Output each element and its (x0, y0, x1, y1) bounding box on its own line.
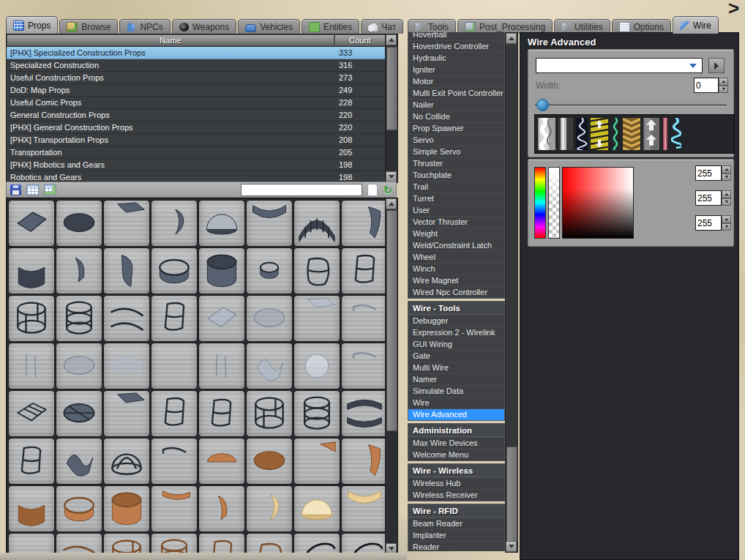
prop-thumbnail-frame[interactable] (151, 390, 198, 437)
scroll-up-button[interactable] (386, 34, 397, 45)
prop-thumbnail-dome-frame[interactable] (103, 438, 150, 485)
width-input[interactable] (694, 78, 719, 93)
tool-item[interactable]: Nailer (408, 99, 504, 111)
green-input[interactable] (695, 190, 722, 206)
prop-thumbnail-blank[interactable] (8, 533, 55, 555)
prop-thumbnail-curve-dark[interactable] (293, 533, 340, 555)
prop-thumbnail-lines[interactable] (198, 343, 245, 389)
tab-post-processing[interactable]: Post_Processing (457, 19, 553, 34)
prop-thumbnail-disc[interactable] (246, 295, 293, 342)
tab-options[interactable]: Options (612, 19, 671, 34)
prop-thumbnail-plate-top[interactable] (103, 200, 150, 247)
prop-thumbnail-ring[interactable] (151, 247, 198, 294)
table-row[interactable]: Specialized Construction316 (7, 59, 386, 72)
table-row[interactable]: [PHX] Transportation Props208 (7, 134, 386, 146)
prop-thumbnail-band-top[interactable] (246, 200, 293, 247)
stepper-up-button[interactable] (722, 165, 731, 173)
tool-item[interactable]: Multi Exit Point Controller (408, 87, 504, 99)
prop-thumbnail-ring[interactable] (56, 485, 102, 532)
tool-item[interactable]: Vector Thruster (408, 216, 504, 228)
table-row[interactable]: [PHX] General Construction Props220 (7, 122, 386, 134)
save-icon[interactable] (10, 184, 21, 195)
prop-thumbnail-panel-small[interactable] (198, 485, 245, 532)
stepper-down-button[interactable] (722, 173, 731, 182)
prop-thumbnail-panel-right[interactable] (341, 438, 388, 485)
tool-item[interactable]: Multi Wire (408, 362, 504, 373)
prop-thumbnail-cylinder[interactable] (103, 485, 150, 532)
page-icon[interactable] (367, 184, 378, 196)
prop-thumbnail-cylinder[interactable] (198, 247, 245, 294)
prop-thumbnail-panel-right[interactable] (341, 200, 388, 247)
prop-thumbnail-plate-top[interactable] (293, 295, 340, 342)
prop-thumbnail-frame[interactable] (198, 533, 245, 555)
prop-thumbnail-cage2[interactable] (151, 533, 198, 555)
prop-thumbnail-curve-dark[interactable] (341, 533, 388, 555)
scrollbar-thumb[interactable] (506, 447, 517, 542)
tab-props[interactable]: Props (6, 16, 58, 34)
prop-thumbnail-half-disc[interactable] (198, 438, 245, 485)
prop-thumbnail-frame[interactable] (341, 247, 388, 294)
prop-thumbnail-cage[interactable] (246, 390, 293, 437)
scroll-up-button[interactable] (386, 198, 397, 209)
prop-thumbnail-panel-curve[interactable] (8, 485, 55, 532)
material-swatch-hazard-yellow[interactable] (591, 118, 608, 150)
prop-thumbnail-curve-thin[interactable] (151, 438, 198, 485)
prop-thumbnail-dome[interactable] (293, 485, 340, 532)
tool-item[interactable]: Wireless Receiver (408, 489, 504, 501)
prop-thumbnail-plate-tilt[interactable] (8, 200, 55, 247)
prop-thumbnail-lines[interactable] (8, 343, 55, 389)
tab-tools[interactable]: Tools (408, 19, 456, 34)
tab-vehicles[interactable]: Vehicles (238, 19, 300, 34)
prop-thumbnail-cross-disc[interactable] (56, 390, 102, 437)
prop-thumbnail-cage[interactable] (103, 533, 150, 555)
prop-thumbnail-cage2[interactable] (56, 295, 102, 342)
prop-thumbnail-wall-curve[interactable] (103, 247, 150, 294)
prop-thumbnail-cage[interactable] (8, 295, 55, 342)
prop-thumbnail-rail[interactable] (56, 533, 102, 555)
table-row[interactable]: General Construction Props220 (7, 109, 386, 122)
prop-thumbnail-disc[interactable] (56, 343, 102, 389)
prop-thumbnail-panel-curve[interactable] (8, 247, 55, 294)
stepper-up-button[interactable] (719, 78, 728, 86)
prop-thumbnail-curve-thin[interactable] (341, 343, 388, 389)
table-row[interactable]: Robotics and Gears198 (7, 171, 386, 182)
hue-strip[interactable] (534, 167, 546, 239)
red-stepper[interactable] (722, 165, 731, 181)
tab-чат[interactable]: Чат (361, 19, 403, 34)
prop-thumbnail-saddle[interactable] (246, 343, 293, 389)
width-stepper[interactable] (719, 78, 728, 93)
table-row[interactable]: Useful Construction Props273 (7, 72, 386, 84)
material-swatch-tube-grey[interactable] (558, 118, 573, 150)
table-row[interactable]: DoD: Map Props249 (7, 84, 386, 97)
tool-item[interactable]: Namer (408, 373, 504, 385)
tab-browse[interactable]: Browse (59, 19, 118, 34)
tool-item[interactable]: Expression 2 - Wirelink (408, 326, 504, 338)
prop-thumbnail-arc-wall[interactable] (293, 200, 340, 247)
scroll-up-button[interactable] (506, 33, 517, 44)
prop-thumbnail-ring-small[interactable] (246, 247, 293, 294)
tool-item[interactable]: Weld/Constraint Latch (408, 239, 504, 251)
scroll-down-button[interactable] (506, 541, 517, 552)
prop-thumbnail-plate-wide[interactable] (103, 343, 150, 389)
stepper-up-button[interactable] (722, 190, 731, 198)
tool-item[interactable]: Reader (408, 541, 504, 551)
tool-item[interactable]: Beam Reader (408, 518, 504, 529)
blue-stepper[interactable] (722, 215, 731, 231)
tool-item[interactable]: Max Wire Devices (408, 437, 504, 449)
prop-grid-scrollbar[interactable] (385, 198, 397, 554)
red-input[interactable] (695, 165, 722, 181)
prop-thumbnail-cage2[interactable] (293, 390, 340, 437)
tool-item[interactable]: Servo (408, 134, 504, 146)
prop-thumbnail-blank[interactable] (151, 343, 198, 389)
table-row[interactable]: Transportation205 (7, 146, 386, 159)
stepper-down-button[interactable] (722, 223, 731, 231)
close-chevron-icon[interactable]: > (728, 0, 739, 20)
prop-thumbnail-frame-plate[interactable] (8, 390, 55, 437)
tool-item[interactable]: Simple Servo (408, 146, 504, 157)
material-swatch-arrows-grey[interactable] (643, 118, 659, 150)
green-stepper[interactable] (722, 190, 731, 206)
prop-thumbnail-rail[interactable] (103, 295, 150, 342)
stepper-up-button[interactable] (722, 215, 731, 223)
prop-thumbnail-plate-tilt[interactable] (198, 295, 245, 342)
prop-thumbnail-curve-thin[interactable] (341, 295, 388, 342)
